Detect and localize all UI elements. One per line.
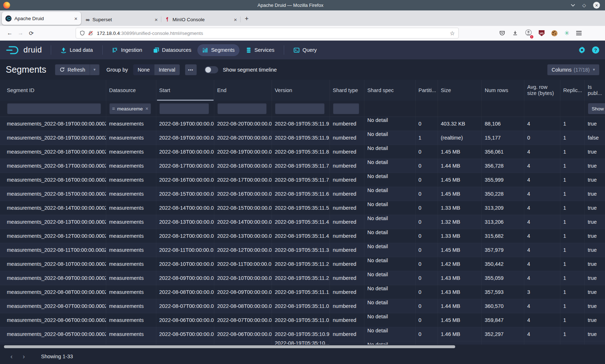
- cell-end: 2022-08-06T00:00:00.0...: [214, 327, 272, 341]
- table-row-partial[interactable]: 2022-08-19T05:35:10... No detail: [0, 341, 605, 345]
- tab-apache-druid[interactable]: Apache Druid ×: [2, 12, 81, 25]
- table-filter-row: ≡ measureme × Show: [0, 101, 605, 117]
- services-icon: [246, 47, 252, 53]
- pocket-icon[interactable]: [499, 30, 505, 36]
- nav-item-segments[interactable]: Segments: [197, 44, 239, 56]
- tab-close-icon[interactable]: ×: [234, 17, 237, 23]
- refresh-button[interactable]: Refresh: [55, 64, 90, 75]
- filter-input-version[interactable]: [275, 103, 324, 114]
- table-row[interactable]: measurements_2022-08-12T00:00:00.000Z...…: [0, 229, 605, 243]
- filter-input-end[interactable]: [218, 103, 266, 114]
- table-row[interactable]: measurements_2022-08-17T00:00:00.000Z...…: [0, 159, 605, 173]
- columns-button[interactable]: Columns (17/18) ▾: [547, 64, 599, 75]
- tab-superset[interactable]: ∞ Superset ×: [82, 13, 161, 26]
- column-header-end[interactable]: End: [214, 80, 272, 101]
- segment-timeline-toggle[interactable]: [205, 66, 218, 73]
- cookie-extension-icon[interactable]: [551, 30, 557, 36]
- bookmark-star-icon[interactable]: ☆: [450, 30, 455, 37]
- nav-item-ingestion[interactable]: Ingestion: [107, 44, 147, 56]
- filter-clear-icon[interactable]: ×: [145, 106, 148, 112]
- nav-item-label: Services: [255, 47, 275, 53]
- column-header-datasource[interactable]: Datasource: [106, 80, 156, 101]
- column-header-num-rows[interactable]: Num rows: [482, 80, 524, 101]
- table-row[interactable]: measurements_2022-08-19T00:00:00.000Z...…: [0, 131, 605, 145]
- table-row[interactable]: measurements_2022-08-10T00:00:00.000Z...…: [0, 257, 605, 271]
- nav-item-datasources[interactable]: Datasources: [148, 44, 196, 56]
- column-header-start[interactable]: Start: [156, 80, 214, 101]
- nav-item-load-data[interactable]: Load data: [56, 44, 98, 56]
- table-row[interactable]: measurements_2022-08-05T00:00:00.000Z...…: [0, 327, 605, 341]
- tab-close-icon[interactable]: ×: [74, 15, 77, 22]
- nav-item-query[interactable]: Query: [289, 44, 322, 56]
- table-row[interactable]: measurements_2022-08-18T00:00:00.000Z...…: [0, 145, 605, 159]
- table-row[interactable]: measurements_2022-08-14T00:00:00.000Z...…: [0, 201, 605, 215]
- cell-shard-spec: No detail: [364, 285, 416, 299]
- cell-size: 1.44 MB: [438, 159, 482, 173]
- reload-button[interactable]: ⟳: [26, 30, 37, 37]
- forward-button[interactable]: →: [15, 30, 26, 36]
- table-row[interactable]: measurements_2022-08-06T00:00:00.000Z...…: [0, 313, 605, 327]
- druid-logo[interactable]: druid: [6, 45, 42, 55]
- filter-input-segment-id[interactable]: [7, 103, 101, 114]
- column-header-avg-row-size[interactable]: Avg. row size (bytes): [524, 80, 560, 101]
- column-header-replication[interactable]: Replic...: [560, 80, 585, 101]
- maximize-icon[interactable]: ◇: [582, 3, 586, 8]
- column-header-is-published[interactable]: Is publ...: [585, 80, 605, 101]
- ublock-origin-icon[interactable]: UO: [539, 30, 544, 36]
- previous-page-button[interactable]: ‹: [8, 353, 15, 360]
- column-header-partition[interactable]: Partiti...: [416, 80, 438, 101]
- nav-item-services[interactable]: Services: [241, 44, 279, 56]
- column-header-size[interactable]: Size: [438, 80, 482, 101]
- table-row[interactable]: measurements_2022-08-07T00:00:00.000Z...…: [0, 299, 605, 313]
- window-close-button[interactable]: ×: [593, 2, 600, 9]
- gear-icon[interactable]: [578, 46, 586, 54]
- filter-input-datasource[interactable]: ≡ measureme ×: [109, 103, 151, 114]
- refresh-caret-button[interactable]: ▾: [90, 64, 99, 75]
- minimize-icon[interactable]: [571, 4, 575, 7]
- new-tab-button[interactable]: +: [241, 12, 253, 25]
- ingestion-icon: [112, 47, 118, 53]
- table-row[interactable]: measurements_2022-08-19T00:00:00.000Z...…: [0, 117, 605, 131]
- menu-icon[interactable]: [576, 31, 582, 35]
- url-bar[interactable]: 172.18.0.4 :30899/unified-console.html#s…: [76, 28, 459, 38]
- cell-datasource: measurements: [106, 327, 156, 341]
- cell-segment-id: measurements_2022-08-09T00:00:00.000Z...: [4, 271, 106, 285]
- tab-minio-console[interactable]: MinIO Console ×: [161, 13, 241, 26]
- extension-asterisk-icon[interactable]: ✳: [564, 29, 569, 37]
- column-header-shard-spec[interactable]: Shard spec: [364, 80, 416, 101]
- group-by-interval-button[interactable]: Interval: [154, 64, 180, 75]
- column-header-segment-id[interactable]: Segment ID: [4, 80, 106, 101]
- cell-avg-row-size: 4: [524, 313, 560, 327]
- table-row[interactable]: measurements_2022-08-08T00:00:00.000Z...…: [0, 285, 605, 299]
- more-options-button[interactable]: •••: [185, 64, 197, 75]
- filter-input-shard-type[interactable]: [333, 103, 359, 114]
- cell-datasource: measurements: [106, 285, 156, 299]
- back-button[interactable]: ←: [4, 30, 15, 36]
- help-icon[interactable]: ?: [592, 46, 599, 54]
- cell-shard-spec: No detail: [364, 145, 416, 159]
- is-published-filter-button[interactable]: Show: [588, 103, 605, 114]
- cell-shard-spec: No detail: [364, 173, 416, 187]
- table-row[interactable]: measurements_2022-08-16T00:00:00.000Z...…: [0, 173, 605, 187]
- column-header-version[interactable]: Version: [272, 80, 330, 101]
- insecure-lock-icon[interactable]: [88, 30, 93, 36]
- next-page-button[interactable]: ›: [20, 353, 27, 360]
- download-icon[interactable]: [512, 30, 518, 36]
- nav-item-label: Ingestion: [121, 47, 142, 53]
- cell-version: 2022-08-19T05:35:11.0...: [272, 299, 330, 313]
- tab-close-icon[interactable]: ×: [154, 17, 158, 23]
- table-row[interactable]: measurements_2022-08-13T00:00:00.000Z...…: [0, 215, 605, 229]
- table-row[interactable]: measurements_2022-08-09T00:00:00.000Z...…: [0, 271, 605, 285]
- column-header-shard-type[interactable]: Shard type: [330, 80, 364, 101]
- shield-icon[interactable]: [80, 30, 85, 36]
- filter-input-start[interactable]: [160, 103, 209, 114]
- account-icon[interactable]: ×: [525, 29, 532, 37]
- cell-end: 2022-08-09T00:00:00.0...: [214, 285, 272, 299]
- horizontal-scrollbar-thumb[interactable]: [4, 345, 455, 348]
- cell-is-published: true: [585, 173, 605, 187]
- cell-start: 2022-08-13T00:00:00.0...: [156, 215, 214, 229]
- table-row[interactable]: measurements_2022-08-11T00:00:00.000Z...…: [0, 243, 605, 257]
- cell-shard-spec: No detail: [364, 257, 416, 271]
- group-by-none-button[interactable]: None: [133, 64, 154, 75]
- table-row[interactable]: measurements_2022-08-15T00:00:00.000Z...…: [0, 187, 605, 201]
